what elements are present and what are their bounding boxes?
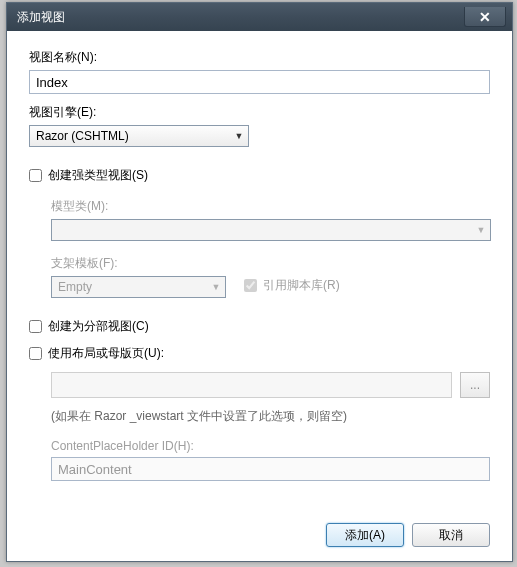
dialog-content: 视图名称(N): 视图引擎(E): ▼ 创建强类型视图(S) 模型类(M): ▼… [7, 31, 512, 495]
layout-label: 使用布局或母版页(U): [48, 345, 164, 362]
view-name-input[interactable] [29, 70, 490, 94]
scaffold-combo[interactable]: ▼ [51, 276, 226, 298]
partial-row: 创建为分部视图(C) [29, 318, 490, 335]
scaffold-label: 支架模板(F): [51, 255, 490, 272]
cph-input [51, 457, 490, 481]
close-button[interactable]: ✕ [464, 7, 506, 27]
browse-button[interactable]: ... [460, 372, 490, 398]
partial-label: 创建为分部视图(C) [48, 318, 149, 335]
dialog-buttons: 添加(A) 取消 [326, 523, 490, 547]
model-class-value [51, 219, 491, 241]
strongly-typed-row: 创建强类型视图(S) [29, 167, 490, 184]
close-icon: ✕ [479, 9, 491, 25]
ref-script-row: 引用脚本库(R) [244, 277, 340, 294]
view-engine-combo[interactable]: ▼ [29, 125, 249, 147]
titlebar: 添加视图 ✕ [7, 3, 512, 31]
partial-checkbox[interactable] [29, 320, 42, 333]
strongly-typed-checkbox[interactable] [29, 169, 42, 182]
model-class-label: 模型类(M): [51, 198, 490, 215]
strongly-typed-label: 创建强类型视图(S) [48, 167, 148, 184]
layout-checkbox[interactable] [29, 347, 42, 360]
cancel-button[interactable]: 取消 [412, 523, 490, 547]
model-class-combo[interactable]: ▼ [51, 219, 491, 241]
layout-row: 使用布局或母版页(U): [29, 345, 490, 362]
view-name-label: 视图名称(N): [29, 49, 490, 66]
add-button[interactable]: 添加(A) [326, 523, 404, 547]
view-engine-value[interactable] [29, 125, 249, 147]
scaffold-value [51, 276, 226, 298]
window-title: 添加视图 [17, 9, 65, 26]
view-engine-label: 视图引擎(E): [29, 104, 490, 121]
ref-script-checkbox [244, 279, 257, 292]
add-view-dialog: 添加视图 ✕ 视图名称(N): 视图引擎(E): ▼ 创建强类型视图(S) 模型… [6, 2, 513, 562]
ref-script-label: 引用脚本库(R) [263, 277, 340, 294]
layout-path-input [51, 372, 452, 398]
layout-hint: (如果在 Razor _viewstart 文件中设置了此选项，则留空) [51, 408, 490, 425]
cph-label: ContentPlaceHolder ID(H): [51, 439, 490, 453]
